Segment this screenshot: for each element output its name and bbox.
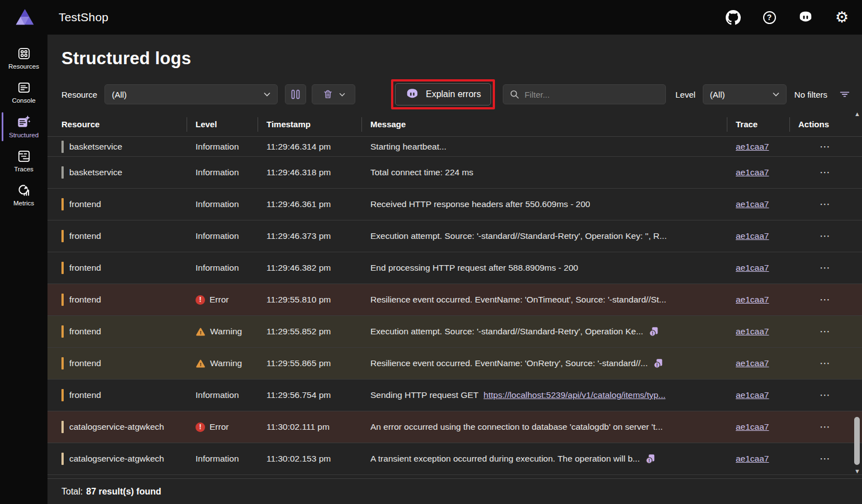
sidebar-item-metrics[interactable]: Metrics [0,178,47,212]
resource-name: frontend [69,358,101,368]
resource-name: frontend [69,231,101,241]
row-actions-button[interactable]: ⋯ [820,421,831,432]
timestamp: 11:29:56.754 pm [266,390,370,400]
exception-icon: ! [645,453,656,464]
resource-name: catalogservice-atgwkech [69,454,164,464]
top-bar: TestShop ? ⚙ [0,0,862,35]
actions-cell: ⋯ [798,141,852,152]
level-cell: ! Warning [196,327,266,337]
resource-select[interactable]: (All) [104,84,278,104]
trace-link[interactable]: ae1caa7 [736,358,769,368]
trace-link[interactable]: ae1caa7 [736,199,769,209]
row-actions-button[interactable]: ⋯ [820,167,831,177]
table-row[interactable]: frontend Information 11:29:46.361 pm Rec… [47,189,862,220]
search-icon [509,89,520,99]
timestamp: 11:29:55.865 pm [266,358,370,368]
trace-link[interactable]: ae1caa7 [736,231,769,241]
table-row[interactable]: basketservice Information 11:29:46.318 p… [47,157,862,189]
resource-name: basketservice [69,142,122,152]
level-label: Information [196,231,239,241]
timestamp: 11:29:55.852 pm [266,327,370,337]
filter-input[interactable] [525,90,659,99]
filter-icon[interactable] [839,88,851,100]
resource-name: frontend [69,263,101,273]
exception-icon: ! [653,358,664,369]
message-link[interactable]: https://localhost:5239/api/v1/catalog/it… [484,390,666,400]
github-icon[interactable] [725,9,741,25]
scrollbar-down-arrow[interactable]: ▼ [853,467,861,475]
table-row[interactable]: catalogservice-atgwkech Information 11:3… [47,443,862,475]
row-actions-button[interactable]: ⋯ [820,199,831,209]
resource-cell: frontend [61,325,196,338]
resource-color-bar [61,453,64,465]
level-cell: Information [196,454,266,464]
pause-button[interactable] [285,84,306,104]
actions-cell: ⋯ [798,453,852,464]
row-actions-button[interactable]: ⋯ [820,326,831,337]
column-header-resource: Resource [61,119,196,129]
row-actions-button[interactable]: ⋯ [820,141,831,152]
table-row[interactable]: frontend Information 11:29:46.373 pm Exe… [47,220,862,252]
level-cell: Information [196,231,266,241]
explain-errors-button[interactable]: Explain errors [395,83,491,105]
trace-cell: ae1caa7 [736,327,798,337]
level-label: Warning [210,358,242,368]
row-actions-button[interactable]: ⋯ [820,231,831,241]
resource-name: basketservice [69,167,122,177]
sidebar-item-traces[interactable]: Traces [0,144,47,178]
trace-link[interactable]: ae1caa7 [736,295,769,304]
scrollbar-up-arrow[interactable]: ▲ [853,110,861,118]
timestamp: 11:29:46.382 pm [266,263,370,273]
level-cell: Information [196,199,266,209]
trace-link[interactable]: ae1caa7 [736,390,769,400]
console-icon [17,80,31,95]
trace-link[interactable]: ae1caa7 [736,327,769,336]
level-cell: Information [196,142,266,152]
level-cell: ! Error [196,422,266,432]
row-actions-button[interactable]: ⋯ [820,390,831,400]
svg-text:!: ! [199,361,201,367]
settings-icon[interactable]: ⚙ [834,9,850,25]
trace-link[interactable]: ae1caa7 [736,167,769,177]
table-row[interactable]: frontend ! Warning 11:29:55.852 pm Execu… [47,316,862,348]
resource-cell: frontend [61,230,196,242]
trace-cell: ae1caa7 [736,295,798,305]
message-text: A transient exception occurred during ex… [370,454,640,464]
sidebar-item-console[interactable]: Console [0,75,47,109]
trace-cell: ae1caa7 [736,454,798,464]
message-text: Execution attempt. Source: '-standard//S… [370,327,643,337]
sidebar-item-resources[interactable]: Resources [0,41,47,75]
row-actions-button[interactable]: ⋯ [820,294,831,305]
help-icon[interactable]: ? [761,9,777,25]
copilot-icon[interactable] [798,9,813,25]
scrollbar-thumb[interactable] [854,417,860,465]
level-filter-label: Level [675,90,696,99]
sidebar-item-label: Metrics [13,200,34,207]
sidebar-item-structured[interactable]: Structured [0,109,47,144]
resource-select-value: (All) [112,90,264,99]
level-label: Information [196,199,239,209]
level-label: Information [196,167,239,177]
level-select[interactable]: (All) [703,84,787,104]
structured-logs-icon [16,114,31,129]
table-row[interactable]: frontend Information 11:29:46.382 pm End… [47,252,862,284]
trace-link[interactable]: ae1caa7 [736,422,769,431]
timestamp: 11:30:02.111 pm [266,422,370,432]
trace-link[interactable]: ae1caa7 [736,263,769,272]
message-text: Resilience event occurred. EventName: 'O… [370,295,666,305]
trace-link[interactable]: ae1caa7 [736,454,769,463]
error-icon: ! [196,295,205,305]
clear-logs-button[interactable] [312,84,355,104]
row-actions-button[interactable]: ⋯ [820,358,831,368]
timestamp: 11:29:46.373 pm [266,231,370,241]
trace-link[interactable]: ae1caa7 [736,142,769,151]
table-row[interactable]: basketservice Information 11:29:46.314 p… [47,137,862,157]
message-cell: Resilience event occurred. EventName: 'O… [370,295,736,305]
table-row[interactable]: frontend ! Error 11:29:55.810 pm Resilie… [47,284,862,316]
table-row[interactable]: frontend Information 11:29:56.754 pm Sen… [47,380,862,411]
table-row[interactable]: frontend ! Warning 11:29:55.865 pm Resil… [47,348,862,380]
row-actions-button[interactable]: ⋯ [820,453,831,464]
resource-name: frontend [69,327,101,337]
table-row[interactable]: catalogservice-atgwkech ! Error 11:30:02… [47,411,862,443]
row-actions-button[interactable]: ⋯ [820,262,831,273]
